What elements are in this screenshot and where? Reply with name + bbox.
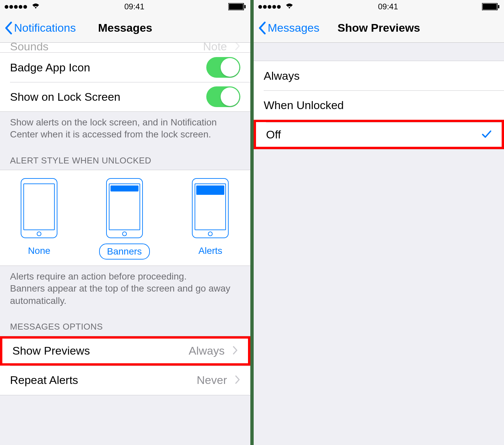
messages-options-header: MESSAGES OPTIONS bbox=[0, 312, 250, 336]
alert-alerts-label: Alerts bbox=[191, 244, 230, 258]
repeat-alerts-value: Never bbox=[197, 374, 227, 387]
option-always[interactable]: Always bbox=[254, 61, 504, 90]
option-off[interactable]: Off bbox=[254, 120, 504, 149]
badge-toggle[interactable] bbox=[206, 57, 240, 78]
option-off-label: Off bbox=[266, 128, 281, 141]
chevron-left-icon bbox=[258, 21, 266, 35]
signal-strength-icon bbox=[258, 5, 281, 9]
alert-style-none[interactable]: None bbox=[21, 178, 58, 260]
chevron-left-icon bbox=[4, 21, 13, 35]
alert-banners-label: Banners bbox=[99, 244, 150, 260]
back-label: Messages bbox=[268, 21, 319, 34]
screens-divider bbox=[250, 0, 254, 445]
sounds-row[interactable]: Sounds Note bbox=[0, 43, 250, 53]
lock-toggle[interactable] bbox=[206, 86, 240, 107]
wifi-icon bbox=[31, 2, 40, 11]
page-title: Show Previews bbox=[337, 21, 420, 34]
badge-app-icon-row[interactable]: Badge App Icon bbox=[0, 53, 250, 82]
back-button[interactable]: Messages bbox=[258, 21, 319, 35]
repeat-alerts-row[interactable]: Repeat Alerts Never bbox=[0, 366, 250, 395]
option-when-unlocked[interactable]: When Unlocked bbox=[254, 90, 504, 120]
lock-label: Show on Lock Screen bbox=[10, 90, 120, 103]
sounds-value: Note bbox=[203, 43, 227, 53]
option-always-label: Always bbox=[264, 69, 300, 82]
alert-style-banners[interactable]: Banners bbox=[99, 178, 150, 260]
alert-style-header: ALERT STYLE WHEN UNLOCKED bbox=[0, 145, 250, 170]
nav-bar: Messages Show Previews bbox=[254, 13, 504, 43]
chevron-right-icon bbox=[235, 374, 240, 387]
nav-bar: Notifications Messages bbox=[0, 13, 250, 43]
lock-footer-text: Show alerts on the lock screen, and in N… bbox=[0, 112, 250, 145]
status-left bbox=[258, 2, 294, 11]
svg-rect-4 bbox=[483, 4, 497, 10]
repeat-alerts-label: Repeat Alerts bbox=[10, 374, 78, 387]
checkmark-icon bbox=[482, 128, 492, 141]
status-bar: 09:41 bbox=[254, 0, 504, 13]
show-previews-row[interactable]: Show Previews Always bbox=[0, 336, 250, 366]
svg-rect-5 bbox=[498, 5, 499, 8]
svg-rect-2 bbox=[244, 5, 246, 8]
show-previews-value: Always bbox=[189, 344, 225, 357]
sounds-label: Sounds bbox=[10, 43, 48, 53]
phone-none-icon bbox=[21, 178, 57, 238]
back-button[interactable]: Notifications bbox=[4, 21, 76, 35]
wifi-icon bbox=[285, 2, 294, 11]
alert-none-label: None bbox=[21, 244, 58, 258]
phone-banner-icon bbox=[106, 178, 143, 238]
badge-label: Badge App Icon bbox=[10, 61, 90, 74]
alert-footer-text: Alerts require an action before proceedi… bbox=[0, 266, 250, 312]
alert-style-alerts[interactable]: Alerts bbox=[191, 178, 230, 260]
status-bar: 09:41 bbox=[0, 0, 250, 13]
chevron-right-icon bbox=[233, 344, 238, 357]
page-title: Messages bbox=[98, 21, 153, 34]
battery-icon bbox=[228, 3, 246, 10]
status-left bbox=[5, 2, 40, 11]
status-time: 09:41 bbox=[378, 2, 398, 11]
alert-style-picker: None Banners Alerts bbox=[0, 170, 250, 266]
show-previews-label: Show Previews bbox=[12, 344, 90, 357]
screen-show-previews: 09:41 Messages Show Previews Always When… bbox=[254, 0, 504, 445]
chevron-right-icon bbox=[235, 43, 240, 53]
phone-alert-icon bbox=[192, 178, 229, 238]
option-unlocked-label: When Unlocked bbox=[264, 99, 344, 112]
back-label: Notifications bbox=[14, 21, 76, 34]
signal-strength-icon bbox=[5, 5, 27, 9]
status-time: 09:41 bbox=[124, 2, 144, 11]
battery-icon bbox=[482, 3, 499, 10]
show-on-lock-screen-row[interactable]: Show on Lock Screen bbox=[0, 82, 250, 111]
screen-messages-settings: 09:41 Notifications Messages Sounds Note… bbox=[0, 0, 250, 445]
svg-rect-1 bbox=[229, 4, 243, 10]
